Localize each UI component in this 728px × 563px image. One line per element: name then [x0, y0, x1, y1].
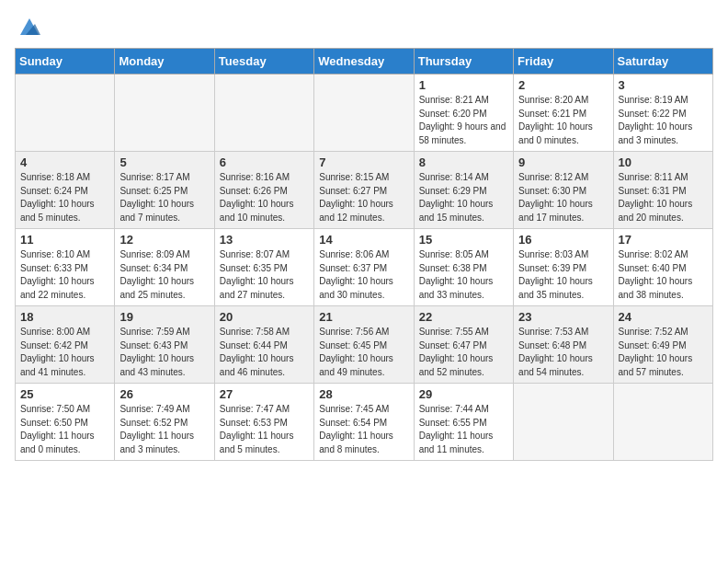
day-number: 15	[419, 233, 508, 247]
day-info: Sunrise: 8:16 AMSunset: 6:26 PMDaylight:…	[220, 171, 309, 224]
calendar-day-cell: 26Sunrise: 7:49 AMSunset: 6:52 PMDayligh…	[115, 384, 214, 461]
calendar-day-cell: 8Sunrise: 8:14 AMSunset: 6:29 PMDaylight…	[414, 152, 513, 229]
day-number: 26	[119, 387, 209, 401]
calendar-day-cell: 20Sunrise: 7:58 AMSunset: 6:44 PMDayligh…	[214, 306, 313, 384]
day-info: Sunrise: 8:07 AMSunset: 6:35 PMDaylight:…	[220, 248, 309, 302]
day-number: 17	[619, 233, 708, 247]
day-info: Sunrise: 8:21 AMSunset: 6:20 PMDaylight:…	[419, 94, 508, 147]
calendar-day-cell: 2Sunrise: 8:20 AMSunset: 6:21 PMDaylight…	[514, 75, 613, 152]
day-info: Sunrise: 8:05 AMSunset: 6:38 PMDaylight:…	[419, 248, 508, 302]
day-number: 16	[518, 233, 608, 247]
calendar-day-cell: 27Sunrise: 7:47 AMSunset: 6:53 PMDayligh…	[214, 384, 313, 461]
day-header-friday: Friday	[514, 49, 613, 75]
day-number: 19	[119, 310, 209, 324]
calendar-day-cell: 19Sunrise: 7:59 AMSunset: 6:43 PMDayligh…	[115, 306, 214, 384]
calendar-week-row: 4Sunrise: 8:18 AMSunset: 6:24 PMDaylight…	[16, 152, 713, 229]
calendar-day-cell: 1Sunrise: 8:21 AMSunset: 6:20 PMDaylight…	[414, 75, 513, 152]
day-number: 27	[220, 387, 309, 401]
day-number: 4	[20, 155, 109, 169]
day-number: 28	[319, 387, 408, 401]
calendar-day-cell	[314, 75, 414, 152]
calendar-day-cell	[514, 384, 613, 461]
calendar-day-cell: 16Sunrise: 8:03 AMSunset: 6:39 PMDayligh…	[514, 229, 613, 306]
calendar-day-cell: 5Sunrise: 8:17 AMSunset: 6:25 PMDaylight…	[115, 152, 214, 229]
calendar-day-cell: 3Sunrise: 8:19 AMSunset: 6:22 PMDaylight…	[613, 75, 712, 152]
calendar-day-cell: 17Sunrise: 8:02 AMSunset: 6:40 PMDayligh…	[613, 229, 712, 306]
day-info: Sunrise: 8:18 AMSunset: 6:24 PMDaylight:…	[20, 171, 109, 224]
calendar-day-cell: 14Sunrise: 8:06 AMSunset: 6:37 PMDayligh…	[314, 229, 414, 306]
day-header-tuesday: Tuesday	[214, 49, 313, 75]
day-number: 5	[119, 155, 209, 169]
calendar-table: SundayMondayTuesdayWednesdayThursdayFrid…	[15, 48, 713, 461]
calendar-day-cell	[613, 384, 712, 461]
calendar-day-cell: 21Sunrise: 7:56 AMSunset: 6:45 PMDayligh…	[314, 306, 414, 384]
day-number: 7	[319, 155, 408, 169]
calendar-day-cell: 18Sunrise: 8:00 AMSunset: 6:42 PMDayligh…	[16, 306, 115, 384]
calendar-day-cell: 24Sunrise: 7:52 AMSunset: 6:49 PMDayligh…	[613, 306, 712, 384]
calendar-day-cell: 7Sunrise: 8:15 AMSunset: 6:27 PMDaylight…	[314, 152, 414, 229]
calendar-day-cell: 4Sunrise: 8:18 AMSunset: 6:24 PMDaylight…	[16, 152, 115, 229]
day-info: Sunrise: 7:53 AMSunset: 6:48 PMDaylight:…	[518, 326, 608, 379]
day-number: 2	[518, 78, 608, 92]
calendar-day-cell: 13Sunrise: 8:07 AMSunset: 6:35 PMDayligh…	[214, 229, 313, 306]
calendar-week-row: 1Sunrise: 8:21 AMSunset: 6:20 PMDaylight…	[16, 75, 713, 152]
day-number: 22	[419, 310, 508, 324]
calendar-week-row: 25Sunrise: 7:50 AMSunset: 6:50 PMDayligh…	[16, 384, 713, 461]
day-info: Sunrise: 8:10 AMSunset: 6:33 PMDaylight:…	[20, 248, 109, 302]
day-info: Sunrise: 8:12 AMSunset: 6:30 PMDaylight:…	[518, 171, 608, 224]
day-info: Sunrise: 8:00 AMSunset: 6:42 PMDaylight:…	[20, 326, 109, 379]
calendar-day-cell	[115, 75, 214, 152]
day-header-monday: Monday	[115, 49, 214, 75]
day-info: Sunrise: 8:15 AMSunset: 6:27 PMDaylight:…	[319, 171, 408, 224]
day-number: 6	[220, 155, 309, 169]
day-number: 9	[518, 155, 608, 169]
day-number: 29	[419, 387, 508, 401]
day-info: Sunrise: 7:58 AMSunset: 6:44 PMDaylight:…	[220, 326, 309, 379]
calendar-day-cell: 6Sunrise: 8:16 AMSunset: 6:26 PMDaylight…	[214, 152, 313, 229]
day-info: Sunrise: 7:52 AMSunset: 6:49 PMDaylight:…	[619, 326, 708, 379]
day-header-wednesday: Wednesday	[314, 49, 414, 75]
calendar-week-row: 11Sunrise: 8:10 AMSunset: 6:33 PMDayligh…	[16, 229, 713, 306]
day-number: 8	[419, 155, 508, 169]
day-info: Sunrise: 7:44 AMSunset: 6:55 PMDaylight:…	[419, 403, 508, 456]
day-number: 10	[619, 155, 708, 169]
page-header	[15, 15, 713, 40]
day-number: 21	[319, 310, 408, 324]
logo-icon	[17, 15, 42, 40]
day-info: Sunrise: 7:49 AMSunset: 6:52 PMDaylight:…	[119, 403, 209, 456]
calendar-day-cell: 15Sunrise: 8:05 AMSunset: 6:38 PMDayligh…	[414, 229, 513, 306]
day-info: Sunrise: 7:45 AMSunset: 6:54 PMDaylight:…	[319, 403, 408, 456]
day-header-sunday: Sunday	[16, 49, 115, 75]
calendar-day-cell	[16, 75, 115, 152]
day-info: Sunrise: 7:56 AMSunset: 6:45 PMDaylight:…	[319, 326, 408, 379]
day-info: Sunrise: 7:50 AMSunset: 6:50 PMDaylight:…	[20, 403, 109, 456]
day-number: 11	[20, 233, 109, 247]
calendar-day-cell: 11Sunrise: 8:10 AMSunset: 6:33 PMDayligh…	[16, 229, 115, 306]
day-info: Sunrise: 8:19 AMSunset: 6:22 PMDaylight:…	[619, 94, 708, 147]
day-info: Sunrise: 7:59 AMSunset: 6:43 PMDaylight:…	[119, 326, 209, 379]
day-header-thursday: Thursday	[414, 49, 513, 75]
calendar-header-row: SundayMondayTuesdayWednesdayThursdayFrid…	[16, 49, 713, 75]
day-number: 14	[319, 233, 408, 247]
day-number: 23	[518, 310, 608, 324]
calendar-day-cell	[214, 75, 313, 152]
day-number: 18	[20, 310, 109, 324]
calendar-day-cell: 10Sunrise: 8:11 AMSunset: 6:31 PMDayligh…	[613, 152, 712, 229]
day-info: Sunrise: 8:14 AMSunset: 6:29 PMDaylight:…	[419, 171, 508, 224]
day-number: 3	[619, 78, 708, 92]
calendar-day-cell: 28Sunrise: 7:45 AMSunset: 6:54 PMDayligh…	[314, 384, 414, 461]
calendar-day-cell: 12Sunrise: 8:09 AMSunset: 6:34 PMDayligh…	[115, 229, 214, 306]
calendar-day-cell: 9Sunrise: 8:12 AMSunset: 6:30 PMDaylight…	[514, 152, 613, 229]
day-number: 20	[220, 310, 309, 324]
day-number: 24	[619, 310, 708, 324]
calendar-day-cell: 25Sunrise: 7:50 AMSunset: 6:50 PMDayligh…	[16, 384, 115, 461]
day-number: 12	[119, 233, 209, 247]
calendar-week-row: 18Sunrise: 8:00 AMSunset: 6:42 PMDayligh…	[16, 306, 713, 384]
day-info: Sunrise: 8:09 AMSunset: 6:34 PMDaylight:…	[119, 248, 209, 302]
logo	[15, 15, 42, 40]
day-number: 25	[20, 387, 109, 401]
day-number: 1	[419, 78, 508, 92]
calendar-day-cell: 22Sunrise: 7:55 AMSunset: 6:47 PMDayligh…	[414, 306, 513, 384]
day-info: Sunrise: 8:02 AMSunset: 6:40 PMDaylight:…	[619, 248, 708, 302]
day-info: Sunrise: 8:03 AMSunset: 6:39 PMDaylight:…	[518, 248, 608, 302]
